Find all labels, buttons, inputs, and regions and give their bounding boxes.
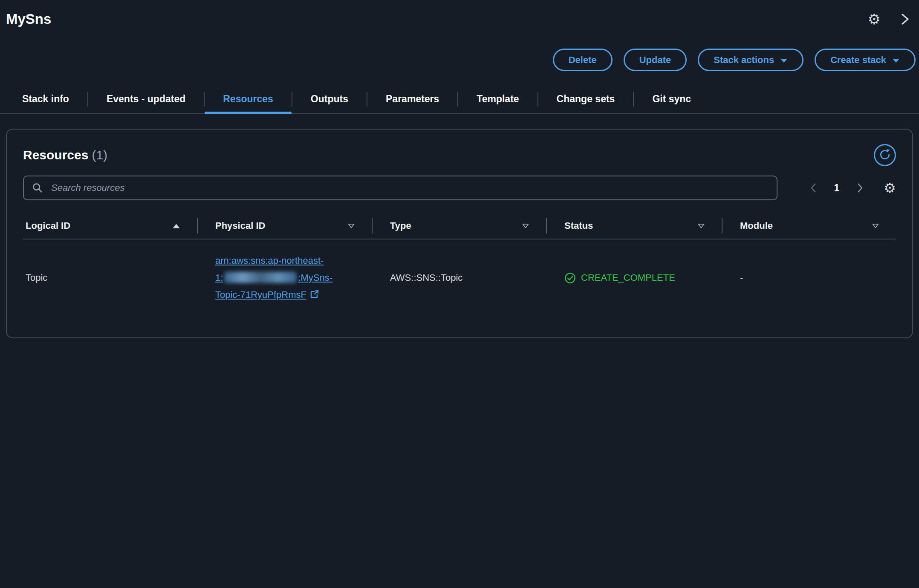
cell-status: CREATE_COMPLETE (546, 272, 722, 284)
tab-label: Change sets (557, 93, 615, 105)
resources-panel-title: Resources (23, 148, 88, 162)
tab-label: Resources (223, 93, 273, 105)
column-header-type[interactable]: Type (372, 220, 546, 231)
search-resources (23, 176, 777, 200)
column-header-logical-id[interactable]: Logical ID (23, 220, 197, 231)
cell-logical-id: Topic (23, 272, 197, 283)
arn-line-3: Topic-71RyuPfpRmsF (215, 289, 306, 300)
column-label: Physical ID (215, 220, 265, 231)
search-icon (32, 182, 43, 196)
column-header-physical-id[interactable]: Physical ID (197, 220, 372, 231)
tab-label: Outputs (311, 93, 348, 105)
table-header-row: Logical ID Physical ID Type (23, 213, 896, 239)
filter-caret-icon[interactable] (348, 224, 355, 228)
top-bar-icons: ⚙ (868, 12, 913, 26)
external-link-icon (310, 290, 319, 299)
sort-ascending-icon[interactable] (173, 224, 180, 228)
tab-label: Stack info (22, 93, 69, 105)
stack-tabs: Stack info Events - updated Resources Ou… (0, 85, 919, 114)
caret-down-icon (780, 55, 788, 66)
page-title: MySns (6, 11, 51, 27)
tab-events[interactable]: Events - updated (88, 85, 204, 113)
create-stack-button[interactable]: Create stack (815, 49, 916, 71)
tab-change-sets[interactable]: Change sets (538, 85, 633, 113)
tab-outputs[interactable]: Outputs (292, 85, 367, 113)
tab-template[interactable]: Template (458, 85, 537, 113)
filter-caret-icon[interactable] (872, 224, 879, 228)
status-label: CREATE_COMPLETE (581, 272, 675, 283)
arn-line-1: arn:aws:sns:ap-northeast- (215, 255, 324, 266)
pagination-next-icon[interactable] (855, 182, 865, 193)
resources-panel-header: Resources(1) (23, 144, 896, 166)
resources-toolbar: 1 ⚙ (23, 176, 896, 200)
check-circle-icon (564, 272, 576, 284)
refresh-icon (879, 149, 891, 162)
filter-caret-icon[interactable] (698, 224, 705, 228)
delete-button-label: Delete (569, 55, 597, 66)
stack-action-buttons: Delete Update Stack actions Create stack (0, 49, 919, 71)
pagination-prev-icon[interactable] (809, 182, 818, 193)
refresh-button[interactable] (874, 144, 896, 166)
column-header-module[interactable]: Module (722, 220, 896, 231)
caret-down-icon (892, 55, 900, 66)
tab-label: Template (477, 93, 519, 105)
update-button-label: Update (639, 55, 671, 66)
tab-stack-info[interactable]: Stack info (6, 85, 87, 113)
column-label: Type (390, 220, 411, 231)
column-label: Status (564, 220, 593, 231)
side-panel-chevron-icon[interactable] (899, 12, 910, 26)
delete-button[interactable]: Delete (553, 49, 613, 71)
pagination-current-page[interactable]: 1 (834, 182, 840, 194)
resources-panel: Resources(1) (6, 129, 913, 338)
create-stack-button-label: Create stack (830, 55, 886, 66)
tab-resources[interactable]: Resources (205, 85, 292, 113)
tab-label: Parameters (386, 93, 439, 105)
physical-id-link[interactable]: arn:aws:sns:ap-northeast- 1::MySns- Topi… (215, 252, 364, 303)
stack-actions-button-label: Stack actions (714, 55, 774, 66)
tab-parameters[interactable]: Parameters (367, 85, 457, 113)
top-bar: MySns ⚙ (0, 0, 919, 27)
arn-line-2-suffix: :MySns- (298, 272, 332, 283)
cell-module: - (722, 272, 896, 283)
update-button[interactable]: Update (624, 49, 687, 71)
redacted-account-id (224, 272, 297, 283)
pagination: 1 (809, 182, 865, 194)
cloudformation-stack-page: MySns ⚙ Delete Update Stack actions Crea… (0, 0, 919, 338)
tab-label: Events - updated (107, 93, 185, 105)
tab-label: Git sync (652, 93, 691, 105)
cell-physical-id: arn:aws:sns:ap-northeast- 1::MySns- Topi… (197, 252, 372, 303)
column-header-status[interactable]: Status (546, 220, 722, 231)
table-preferences-gear-icon[interactable]: ⚙ (884, 181, 896, 195)
filter-caret-icon[interactable] (522, 224, 529, 228)
search-resources-input[interactable] (23, 176, 777, 200)
tab-git-sync[interactable]: Git sync (634, 85, 709, 113)
stack-actions-button[interactable]: Stack actions (698, 49, 803, 71)
arn-line-2-prefix: 1: (215, 272, 223, 283)
resources-table: Logical ID Physical ID Type (23, 213, 896, 320)
settings-gear-icon[interactable]: ⚙ (868, 12, 881, 26)
resources-count: (1) (92, 148, 107, 162)
column-label: Module (740, 220, 773, 231)
table-row: Topic arn:aws:sns:ap-northeast- 1::MySns… (23, 239, 896, 320)
cell-type: AWS::SNS::Topic (372, 272, 546, 283)
column-label: Logical ID (26, 220, 70, 231)
